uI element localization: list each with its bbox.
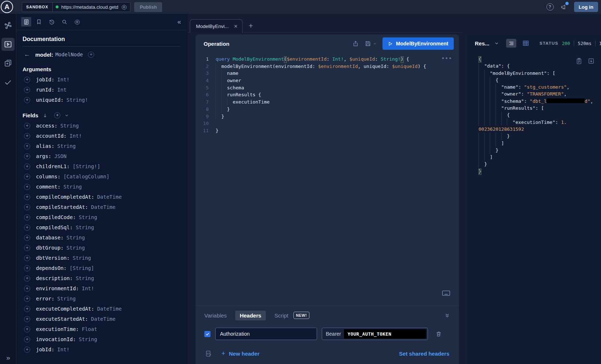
raw-view-toggle-icon[interactable]	[506, 39, 516, 48]
add-field-button[interactable]: +	[24, 133, 30, 139]
fields-options-chevron-icon[interactable]	[65, 113, 69, 117]
field-type[interactable]: DateTime	[91, 204, 115, 210]
add-field-button[interactable]: +	[24, 235, 30, 241]
add-type-button[interactable]: +	[88, 52, 94, 58]
table-view-toggle-icon[interactable]	[521, 39, 531, 48]
field-row[interactable]: +accountId:Int!	[23, 131, 180, 141]
announcements-megaphone-icon[interactable]	[560, 3, 568, 11]
field-type[interactable]: String	[60, 123, 79, 129]
add-argument-button[interactable]: +	[24, 97, 30, 103]
add-argument-button[interactable]: +	[24, 77, 30, 83]
field-row[interactable]: +compiledCode:String	[23, 212, 180, 222]
field-row[interactable]: +childrenL1:[String!]	[23, 161, 180, 171]
code-line[interactable]: 3name	[196, 70, 459, 77]
add-field-button[interactable]: +	[24, 225, 30, 231]
history-icon[interactable]	[47, 17, 57, 27]
add-field-button[interactable]: +	[24, 245, 30, 251]
save-menu-chevron-icon[interactable]	[373, 42, 377, 45]
field-row[interactable]: +executionTime:Float	[23, 324, 180, 334]
field-type[interactable]: [CatalogColumn]	[63, 174, 109, 179]
field-type[interactable]: Int!	[82, 286, 94, 291]
code-line[interactable]: 4owner	[196, 77, 459, 84]
download-response-icon[interactable]	[588, 58, 594, 65]
code-line[interactable]: 7executionTime	[196, 98, 459, 106]
code-line[interactable]: 10	[196, 120, 459, 127]
add-field-button[interactable]: +	[24, 265, 30, 271]
explorer-settings-gear-icon[interactable]	[72, 17, 82, 27]
field-row[interactable]: +alias:String	[23, 141, 180, 151]
field-type[interactable]: DateTime	[97, 306, 121, 312]
login-button[interactable]: Log in	[574, 2, 598, 12]
argument-row[interactable]: +jobId:Int!	[23, 74, 180, 85]
code-line[interactable]: 8}	[196, 106, 459, 113]
checklist-icon[interactable]	[1, 76, 15, 89]
field-type[interactable]: JSON	[54, 153, 67, 159]
add-field-button[interactable]: +	[24, 194, 30, 200]
field-row[interactable]: +description:String	[23, 273, 180, 283]
field-type[interactable]: String	[67, 235, 85, 240]
add-field-button[interactable]: +	[24, 214, 30, 221]
field-type[interactable]: String	[76, 275, 94, 281]
code-line[interactable]: 9}	[196, 113, 459, 120]
publish-button[interactable]: Publish	[134, 2, 162, 12]
collections-icon[interactable]	[1, 57, 15, 70]
add-field-button[interactable]: +	[24, 163, 30, 170]
field-type[interactable]: Int!	[57, 347, 70, 352]
field-type[interactable]: String	[76, 225, 94, 230]
field-type[interactable]: String	[63, 184, 82, 190]
field-type[interactable]: String	[73, 255, 91, 261]
code-line[interactable]: 5schema	[196, 84, 459, 92]
field-type[interactable]: Float	[82, 326, 97, 332]
field-row[interactable]: +environmentId:Int!	[23, 283, 180, 294]
header-value-field[interactable]: Bearer YOUR_AUTH_TOKEN	[322, 328, 428, 340]
code-line[interactable]: 6runResults {	[196, 91, 459, 98]
field-row[interactable]: +columns:[CatalogColumn]	[23, 171, 180, 182]
share-operation-icon[interactable]	[352, 40, 359, 47]
field-row[interactable]: +executeCompletedAt:DateTime	[23, 304, 180, 314]
documentation-tab-icon[interactable]	[21, 17, 31, 27]
set-shared-headers-link[interactable]: Set shared headers	[399, 351, 449, 357]
collapse-bottom-panel-icon[interactable]	[444, 312, 450, 318]
graphql-editor[interactable]: 1query ModelByEnvironment($environmentId…	[196, 53, 459, 306]
endpoint-url-input[interactable]: https://metadata.cloud.getd	[61, 4, 119, 10]
response-title[interactable]: Res...	[475, 40, 489, 46]
add-field-button[interactable]: +	[24, 204, 30, 210]
tab-variables[interactable]: Variables	[204, 312, 227, 319]
field-type[interactable]: DateTime	[91, 316, 115, 322]
argument-row[interactable]: +runId:Int	[23, 85, 180, 95]
add-field-button[interactable]: +	[24, 275, 30, 282]
endpoint-settings-gear-icon[interactable]	[121, 4, 127, 10]
help-icon[interactable]: ?	[546, 3, 554, 11]
field-row[interactable]: +executeStartedAt:DateTime	[23, 314, 180, 324]
argument-type[interactable]: Int!	[57, 77, 70, 82]
field-row[interactable]: +invocationId:String	[23, 334, 180, 344]
add-field-button[interactable]: +	[24, 123, 30, 129]
saved-operations-bookmark-icon[interactable]	[34, 17, 44, 27]
tab-headers[interactable]: Headers	[235, 311, 265, 320]
field-row[interactable]: +jobId:Int!	[23, 344, 180, 355]
field-row[interactable]: +compileStartedAt:DateTime	[23, 202, 180, 212]
field-row[interactable]: +dbtGroup:String	[23, 243, 180, 253]
add-field-button[interactable]: +	[24, 255, 30, 261]
field-type[interactable]: String	[79, 214, 97, 220]
copy-response-icon[interactable]	[576, 58, 582, 65]
add-field-button[interactable]: +	[24, 316, 30, 322]
endpoint-url-group[interactable]: SANDBOX https://metadata.cloud.getd	[22, 2, 131, 12]
field-row[interactable]: +error:String	[23, 294, 180, 304]
field-row[interactable]: +database:String	[23, 232, 180, 243]
field-row[interactable]: +compileCompletedAt:DateTime	[23, 192, 180, 202]
search-icon[interactable]	[59, 17, 69, 27]
field-type[interactable]: [String!]	[73, 163, 100, 169]
auth-token-value[interactable]: YOUR_AUTH_TOKEN	[344, 329, 426, 339]
field-row[interactable]: +comment:String	[23, 182, 180, 192]
add-field-button[interactable]: +	[24, 306, 30, 312]
operation-tab[interactable]: ModelByEnvi... ✕	[190, 19, 243, 33]
new-header-button[interactable]: + New header	[221, 350, 260, 357]
explorer-icon[interactable]	[1, 38, 15, 51]
field-row[interactable]: +access:String	[23, 121, 180, 131]
add-field-button[interactable]: +	[24, 336, 30, 343]
field-row[interactable]: +args:JSON	[23, 151, 180, 161]
add-field-button[interactable]: +	[24, 326, 30, 332]
response-dropdown-chevron-icon[interactable]	[494, 41, 499, 45]
field-type[interactable]: [String]	[69, 265, 94, 271]
